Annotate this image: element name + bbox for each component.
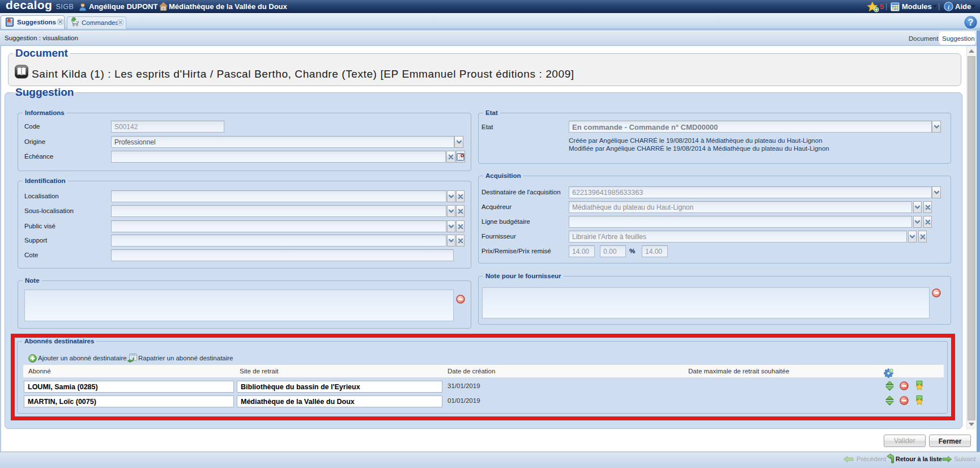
- svg-text:?: ?: [968, 18, 974, 27]
